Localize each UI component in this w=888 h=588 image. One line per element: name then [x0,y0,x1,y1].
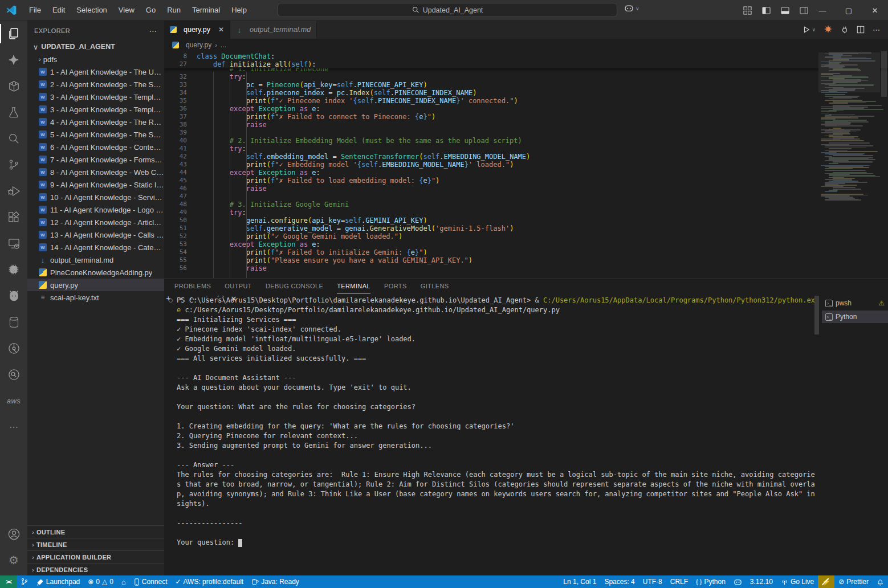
file-item[interactable]: W11 - AI Agent Knowledge - Logo G... [27,203,164,216]
status-go-live[interactable]: Go Live [777,575,818,588]
status-connect[interactable]: Connect [130,575,172,588]
menu-view[interactable]: View [113,3,140,17]
command-center-search[interactable]: Updated_AI_Agent [278,3,617,17]
panel-tab-debug-console[interactable]: DEBUG CONSOLE [266,279,323,293]
status-home[interactable]: ⌂ [117,575,130,588]
status-prettier[interactable]: ⊘Prettier [834,575,873,588]
status-problems[interactable]: ⊗0△0 [84,575,117,588]
debugger-plug-icon[interactable] [841,26,849,34]
section-timeline[interactable]: ›TIMELINE [27,538,164,550]
file-item[interactable]: W12 - AI Agent Knowledge - Articles... [27,216,164,228]
status-java-status[interactable]: Java: Ready [247,575,303,588]
copilot-menu[interactable]: ∨ [624,3,639,13]
source-control-icon[interactable] [0,152,27,178]
settings-icon[interactable]: ⚙ [0,547,27,573]
bot-icon[interactable] [0,283,27,309]
status-cursor-position[interactable]: Ln 1, Col 1 [559,575,600,588]
more-icon[interactable]: ⋯ [0,414,27,440]
file-item[interactable]: W3 - AI Agent Knowledge - Templat... [27,103,164,116]
file-item[interactable]: W6 - AI Agent Knowledge - Content ... [27,141,164,153]
explorer-icon[interactable] [0,21,27,47]
jupyter-starburst-icon[interactable] [824,25,833,34]
file-item[interactable]: W9 - AI Agent Knowledge - Static Im... [27,178,164,191]
panel-tab-terminal[interactable]: TERMINAL [337,279,370,293]
section-dependencies[interactable]: ›DEPENDENCIES [27,563,164,575]
chip-icon[interactable] [0,256,27,283]
status-encoding[interactable]: UTF-8 [639,575,666,588]
run-python-file-button[interactable]: ∨ [803,26,816,34]
code-editor[interactable]: 8class DocumentChat:27 def initialize_al… [164,51,888,278]
menu-terminal[interactable]: Terminal [187,3,225,17]
panel-tab-ports[interactable]: PORTS [384,279,407,293]
close-button[interactable]: ✕ [862,0,888,21]
menu-go[interactable]: Go [141,3,161,17]
minimize-button[interactable]: — [809,0,836,21]
testing-icon[interactable] [0,99,27,125]
status-source-control-graph[interactable] [17,575,32,588]
customize-layout-icon[interactable] [743,6,752,15]
folder-pdfs[interactable]: ›pdfs [27,53,164,66]
file-item[interactable]: ↓output_terminal.md [27,254,164,266]
more-actions-icon[interactable]: ⋯ [873,26,880,34]
terminal-instance-pwsh[interactable]: >_pwsh⚠ [822,297,888,309]
file-item[interactable]: W13 - AI Agent Knowledge - Calls to... [27,228,164,241]
remote-explorer-icon[interactable] [0,230,27,256]
menu-file[interactable]: File [24,3,46,17]
database-icon[interactable] [0,309,27,335]
section-outline[interactable]: ›OUTLINE [27,525,164,538]
code-search-icon[interactable] [0,361,27,387]
file-item[interactable]: query.py [27,279,164,291]
breadcrumb[interactable]: query.py › ... [164,39,888,51]
commit-graph-icon[interactable] [0,335,27,361]
status-launchpad[interactable]: Launchpad [32,575,84,588]
panel-tab-gitlens[interactable]: GITLENS [421,279,449,293]
file-item[interactable]: W10 - AI Agent Knowledge - Service... [27,191,164,203]
file-item[interactable]: PineConeKnowledgeAdding.py [27,266,164,279]
status-eol[interactable]: CRLF [666,575,692,588]
account-icon[interactable] [0,521,27,547]
split-editor-icon[interactable] [857,26,865,34]
file-item[interactable]: W5 - AI Agent Knowledge - The SEO... [27,128,164,141]
status-remote-indicator[interactable]: >< [0,575,17,588]
toggle-panel-icon[interactable] [781,6,789,15]
file-item[interactable]: W3 - AI Agent Knowledge - Templat... [27,91,164,103]
run-debug-icon[interactable] [0,178,27,204]
terminal-output[interactable]: PS C:\Users\Aorus15\Desktop\Portfolio\da… [169,296,816,573]
menu-help[interactable]: Help [226,3,252,17]
status-python-version[interactable]: 3.12.10 [746,575,777,588]
workspace-root[interactable]: ∨ UPDATED_AI_AGENT [27,40,164,53]
minimap-slider[interactable] [818,52,880,92]
status-live-reload-off[interactable]: ⚡ [818,575,834,588]
status-indentation[interactable]: Spaces: 4 [600,575,638,588]
explorer-more-actions-icon[interactable]: ⋯ [149,26,157,35]
aws-icon[interactable]: aws [0,387,27,414]
menu-run[interactable]: Run [162,3,186,17]
maximize-button[interactable]: ▢ [836,0,862,21]
tab-query.py[interactable]: query.py✕ [164,21,230,39]
editor-scrollbar[interactable] [881,51,887,97]
file-item[interactable]: ≡scai-api-key.txt [27,291,164,304]
file-item[interactable]: W14 - AI Agent Knowledge - Catego... [27,241,164,254]
gemini-sparkle-icon[interactable] [0,47,27,73]
command-decoration-icon[interactable] [169,299,173,303]
menu-edit[interactable]: Edit [47,3,70,17]
status-language-mode[interactable]: { }Python [692,575,730,588]
panel-tab-output[interactable]: OUTPUT [225,279,252,293]
file-item[interactable]: W1 - AI Agent Knowledge - The Use... [27,66,164,78]
close-tab-icon[interactable]: ✕ [218,26,224,34]
status-copilot[interactable] [730,575,746,588]
file-item[interactable]: W7 - AI Agent Knowledge - Forms.d... [27,153,164,166]
menu-selection[interactable]: Selection [71,3,112,17]
file-item[interactable]: W2 - AI Agent Knowledge - The Syst... [27,78,164,91]
toggle-secondary-sidebar-icon[interactable] [800,6,808,15]
terminal-scrollbar[interactable] [814,296,819,334]
terminal-instance-python[interactable]: >_Python [822,311,888,323]
search-icon[interactable] [0,125,27,152]
status-notifications[interactable] [873,575,888,588]
container-icon[interactable] [0,73,27,99]
section-application-builder[interactable]: ›APPLICATION BUILDER [27,550,164,563]
toggle-primary-sidebar-icon[interactable] [762,6,771,15]
tab-output_terminal.md[interactable]: ↓output_terminal.md [230,21,317,39]
status-aws-profile[interactable]: ✓AWS: profile:default [171,575,247,588]
file-item[interactable]: W4 - AI Agent Knowledge - The Rule... [27,116,164,128]
